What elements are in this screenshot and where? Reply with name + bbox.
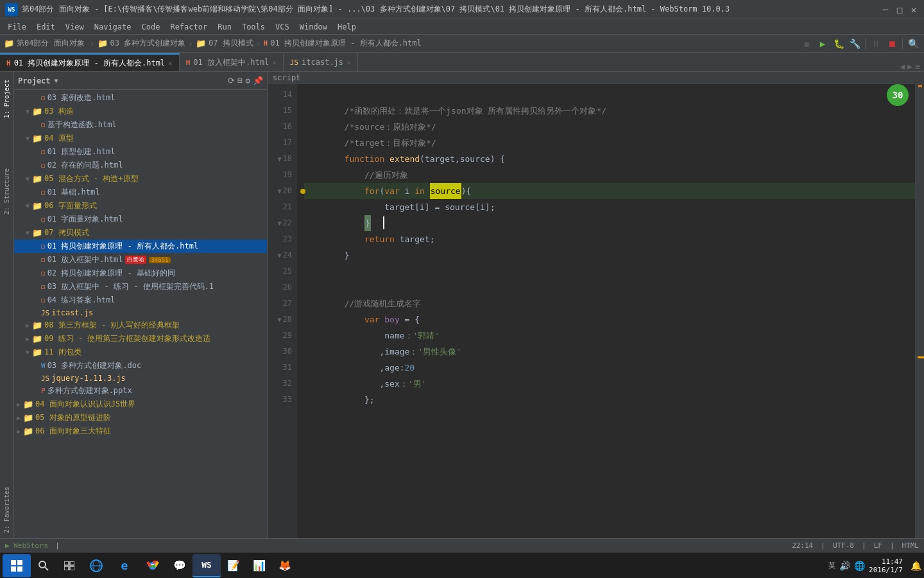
pin-button[interactable]: 📌 xyxy=(253,76,263,85)
fold-arrow2[interactable]: ▼ xyxy=(278,186,282,197)
folder-arrow: ▼ xyxy=(23,229,32,236)
menu-window[interactable]: Window xyxy=(295,21,332,33)
space xyxy=(400,183,405,199)
search-everywhere[interactable]: 🔍 xyxy=(906,37,920,51)
breadcrumb-part1: 第04部分 面向对象 xyxy=(17,38,85,49)
tree-file-itcast[interactable]: JS itcast.js xyxy=(14,307,267,319)
taskbar-chat[interactable]: 💬 xyxy=(167,554,193,577)
menu-help[interactable]: Help xyxy=(332,21,361,33)
fold-arrow4[interactable]: ▼ xyxy=(278,250,282,261)
tree-folder-09ex[interactable]: ▶ 📁 09 练习 - 使用第三方框架创建对象形式改造适 xyxy=(14,332,267,346)
run-button[interactable]: ▶ xyxy=(816,37,830,51)
tree-file-copy01-active[interactable]: ◻ 01 拷贝创建对象原理 - 所有人都会.html xyxy=(14,240,267,253)
vtab-structure[interactable]: 2: Structure xyxy=(1,163,12,220)
code-line-20: for ( var i in source ){ xyxy=(304,183,915,199)
app2-icon: 📊 xyxy=(253,559,266,572)
text-cursor xyxy=(383,216,384,229)
editor-content[interactable]: 14 15 16 17 ▼18 19 ▼20 21 ▼22 23 ▼24 xyxy=(268,84,924,538)
menu-view[interactable]: View xyxy=(60,21,89,33)
tab-js-file[interactable]: JS itcast.js ✕ xyxy=(284,53,358,71)
maximize-button[interactable]: □ xyxy=(894,4,905,15)
tab-expand[interactable]: ≡ xyxy=(915,62,920,71)
tree-file-ex[interactable]: ◻ 04 练习答案.html xyxy=(14,293,267,307)
tree-file-pptx[interactable]: P 多种方式创建对象.pptx xyxy=(14,384,267,398)
tree-folder-11closure[interactable]: ▼ 📁 11 闭包类 xyxy=(14,346,267,359)
settings-button[interactable]: ⚙ xyxy=(245,76,250,85)
close-button[interactable]: ✕ xyxy=(909,4,919,15)
tree-folder-05chain[interactable]: ▶ 📁 05 对象的原型链进阶 xyxy=(14,411,267,425)
tree-folder-08third[interactable]: ▶ 📁 08 第三方框架 - 别人写好的经典框架 xyxy=(14,319,267,332)
taskbar-edge[interactable]: e xyxy=(110,554,139,577)
tab-main-file[interactable]: H 01 拷贝创建对象原理 - 所有人都会.html ✕ xyxy=(0,53,180,71)
taskbar-webstorm[interactable]: WS xyxy=(193,554,221,577)
vtab-project[interactable]: 1: Project xyxy=(1,74,12,123)
func-name: extend xyxy=(389,151,420,167)
tree-file-structbase[interactable]: ◻ 基于构造函数.html xyxy=(14,118,267,132)
coverage-button[interactable]: 🔧 xyxy=(848,37,862,51)
tab-close-js[interactable]: ✕ xyxy=(346,58,351,67)
tree-file-frame[interactable]: ◻ 01 放入框架中.html 白鹭哈 34651 xyxy=(14,253,267,267)
tree-folder-05mixed[interactable]: ▼ 📁 05 混合方式 - 构造+原型 xyxy=(14,172,267,186)
pause-button[interactable]: ⏸ xyxy=(869,37,883,51)
tree-folder-06three[interactable]: ▶ 📁 06 面向对象三大特征 xyxy=(14,425,267,438)
minimize-button[interactable]: ─ xyxy=(880,4,891,15)
menu-tools[interactable]: Tools xyxy=(237,21,270,33)
tree-file-proto02[interactable]: ◻ 02 存在的问题.html xyxy=(14,159,267,172)
line-31: 31 xyxy=(268,360,292,376)
notifications-button[interactable]: 🔔 xyxy=(911,561,921,571)
start-button[interactable] xyxy=(3,554,31,577)
fold-arrow3[interactable]: ▼ xyxy=(278,218,282,229)
tab-frame-file[interactable]: H 01 放入框架中.html ✕ xyxy=(180,53,284,71)
tree-file-doc[interactable]: W 03 多种方式创建对象.doc xyxy=(14,359,267,372)
build-button[interactable]: ◼ xyxy=(800,37,814,51)
tree-file-mixed01[interactable]: ◻ 01 基础.html xyxy=(14,186,267,199)
menu-edit[interactable]: Edit xyxy=(31,21,60,33)
right-gutter[interactable] xyxy=(915,84,924,538)
tree-item-cases[interactable]: ◻ 03 案例改造.html xyxy=(14,91,267,105)
collapse-button[interactable]: ⊟ xyxy=(237,76,243,85)
menu-file[interactable]: File xyxy=(3,21,31,33)
tab-close-frame[interactable]: ✕ xyxy=(272,58,277,67)
indent xyxy=(304,311,364,328)
tree-file-proto01[interactable]: ◻ 01 原型创建.html xyxy=(14,145,267,159)
taskbar-app2[interactable]: 📊 xyxy=(246,554,272,577)
tree-folder-04proto[interactable]: ▼ 📁 04 原型 xyxy=(14,132,267,145)
menu-run[interactable]: Run xyxy=(212,21,237,33)
taskbar-ie[interactable] xyxy=(82,554,110,577)
task-view-button[interactable] xyxy=(56,554,82,577)
tree-folder-03struct[interactable]: ▼ 📁 03 构造 xyxy=(14,105,267,118)
sync-button[interactable]: ⟳ xyxy=(228,76,235,85)
taskbar-app1[interactable]: 📝 xyxy=(221,554,246,577)
taskbar-firefox[interactable]: 🦊 xyxy=(272,554,298,577)
stop-button[interactable]: ⏹ xyxy=(885,37,899,51)
taskbar-chrome[interactable] xyxy=(139,554,167,577)
menu-navigate[interactable]: Navigate xyxy=(89,21,137,33)
folder-icon3: 📁 xyxy=(32,174,42,184)
tree-folder-07copy[interactable]: ▼ 📁 07 拷贝模式 xyxy=(14,226,267,240)
menu-vcs[interactable]: VCS xyxy=(270,21,295,33)
tree-file-jquery[interactable]: JS jquery-1.11.3.js xyxy=(14,372,267,384)
keyword-in: in xyxy=(415,183,425,199)
tree-file-frame03[interactable]: ◻ 03 放入框架中 - 练习 - 使用框架完善代码.1 xyxy=(14,280,267,293)
code-editor[interactable]: /*函数的用处：就是将一个json对象 所有属性拷贝给另外一个对象*/ /*so… xyxy=(296,84,915,538)
tab-close-main[interactable]: ✕ xyxy=(168,59,173,67)
fold-arrow[interactable]: ▼ xyxy=(278,154,282,164)
line-26: 26 xyxy=(268,279,292,295)
tab-scroll-right[interactable]: ▶ xyxy=(907,62,912,71)
tree-folder-06str[interactable]: ▼ 📁 06 字面量形式 xyxy=(14,199,267,213)
search-taskbar-button[interactable] xyxy=(31,554,56,577)
vtab-favorites[interactable]: 2: Favorites xyxy=(1,482,12,538)
project-dropdown[interactable]: ▼ xyxy=(55,77,58,84)
svg-rect-6 xyxy=(64,561,69,565)
tree-folder-04obj[interactable]: ▶ 📁 04 面向对象认识认识JS世界 xyxy=(14,398,267,411)
menu-code[interactable]: Code xyxy=(137,21,166,33)
tree-file-copy02[interactable]: ◻ 02 拷贝创建对象原理 - 基础好的同 xyxy=(14,267,267,280)
tab-scroll-left[interactable]: ◀ xyxy=(900,62,905,71)
folder-icon: 📁 xyxy=(4,39,14,48)
fold-arrow5[interactable]: ▼ xyxy=(278,315,282,325)
debug-button[interactable]: 🐛 xyxy=(832,37,846,51)
tree-file-str01[interactable]: ◻ 01 字面量对象.html xyxy=(14,213,267,226)
code-line-14 xyxy=(304,87,915,103)
line-27: 27 xyxy=(268,295,292,311)
menu-refactor[interactable]: Refactor xyxy=(165,21,212,33)
